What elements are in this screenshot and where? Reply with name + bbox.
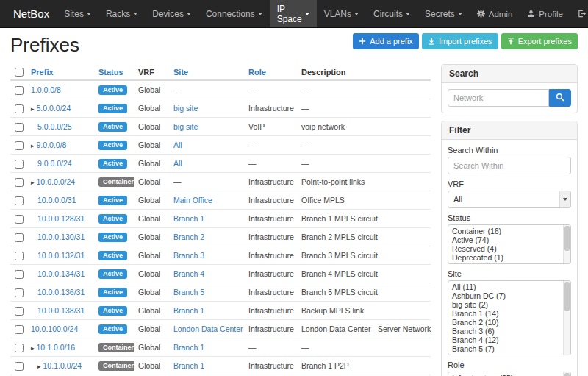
nav-item-secrets[interactable]: Secrets [417,0,470,27]
prefix-link[interactable]: 5.0.0.0/24 [37,104,71,113]
add-prefix-button[interactable]: Add a prefix [353,33,419,49]
description-cell: Branch 3 MPLS circuit [297,246,431,265]
site-link[interactable]: Branch 1 [173,214,204,223]
listbox-option[interactable]: Branch 1 (14) [448,309,562,318]
user-icon [527,10,535,18]
description-cell: — [297,136,431,155]
listbox-option[interactable]: Branch 3 (6) [448,327,562,336]
nav-item-ip-space[interactable]: IP Space [270,0,317,27]
select-all-checkbox[interactable] [15,68,24,77]
row-checkbox[interactable] [15,270,24,279]
nav-item-circuits[interactable]: Circuits [366,0,417,27]
nav-item-devices[interactable]: Devices [145,0,198,27]
row-checkbox[interactable] [15,233,24,242]
sort-link-site[interactable]: Site [173,68,188,77]
nav-item-admin[interactable]: Admin [470,0,520,27]
table-row: 1.0.0.0/8ActiveGlobal——— [10,80,431,99]
prefix-link[interactable]: 10.0.0.132/31 [37,251,85,260]
site-listbox[interactable]: All (11)Ashburn DC (7)big site (2)Branch… [448,280,571,355]
row-checkbox[interactable] [15,288,24,297]
row-checkbox[interactable] [15,196,24,205]
search-button[interactable] [549,89,571,107]
site-link[interactable]: big site [173,122,198,131]
site-link[interactable]: All [173,159,182,168]
import-prefixes-button[interactable]: Import prefixes [422,33,498,49]
row-checkbox[interactable] [15,160,24,169]
listbox-option[interactable]: COLO 1-24 (4) [448,353,562,355]
prefix-link[interactable]: 10.0.0.136/31 [37,288,85,297]
row-checkbox[interactable] [15,86,24,95]
prefix-link[interactable]: 10.0.0.134/31 [37,269,85,278]
export-prefixes-button[interactable]: Export prefixes [501,33,578,49]
site-link[interactable]: All [173,141,182,149]
scrollbar-thumb[interactable] [564,373,570,376]
prefix-link[interactable]: 10.0.0.130/31 [37,233,85,241]
sort-link-prefix[interactable]: Prefix [31,68,54,77]
prefix-link[interactable]: 10.1.0.0/24 [43,361,82,370]
prefix-link[interactable]: 10.1.0.0/16 [37,343,76,352]
scrollbar[interactable] [563,281,570,355]
prefix-link[interactable]: 10.0.0.0/31 [37,196,76,205]
row-checkbox[interactable] [15,215,24,224]
listbox-option[interactable]: Deprecated (1) [448,253,562,262]
listbox-option[interactable]: Active (74) [448,235,562,244]
search-input[interactable] [448,89,549,107]
scrollbar[interactable] [563,225,570,263]
site-link[interactable]: big site [173,104,198,113]
prefix-table-body: 1.0.0.0/8ActiveGlobal———▸5.0.0.0/24Activ… [10,80,431,376]
site-link[interactable]: Branch 4 [173,269,204,278]
prefix-link[interactable]: 9.0.0.0/8 [37,141,67,149]
prefix-link[interactable]: 9.0.0.0/24 [37,159,72,168]
listbox-option[interactable]: Branch 5 (7) [448,344,562,353]
prefix-link[interactable]: 1.0.0.0/8 [31,85,61,94]
site-link[interactable]: Branch 1 [173,343,204,352]
prefix-link[interactable]: 10.0.100.0/24 [31,324,78,333]
listbox-option[interactable]: All (11) [448,283,562,291]
listbox-option[interactable]: big site (2) [448,300,562,309]
row-checkbox[interactable] [15,325,24,334]
vrf-select[interactable]: All [448,191,571,208]
prefix-link[interactable]: 5.0.0.0/25 [37,122,72,131]
prefix-cell: 10.0.0.134/31 [26,265,94,283]
brand[interactable]: NetBox [6,0,57,27]
listbox-option[interactable]: Branch 2 (10) [448,318,562,327]
row-checkbox[interactable] [15,362,24,371]
row-checkbox[interactable] [15,123,24,132]
site-link[interactable]: Branch 2 [173,233,204,241]
nav-item-log-out[interactable]: Log out [570,0,588,27]
prefix-link[interactable]: 10.0.0.138/31 [37,306,85,315]
sort-link-status[interactable]: Status [98,68,123,77]
nav-item-racks[interactable]: Racks [98,0,145,27]
site-link[interactable]: Main Office [173,196,212,205]
row-checkbox[interactable] [15,307,24,316]
site-link[interactable]: Branch 3 [173,251,204,260]
nav-item-sites[interactable]: Sites [57,0,98,27]
nav-item-profile[interactable]: Profile [520,0,570,27]
search-panel-title: Search [442,65,577,83]
chevron-down-icon [458,13,462,15]
scrollbar-thumb[interactable] [564,226,570,251]
sort-link-role[interactable]: Role [248,68,266,77]
status-listbox[interactable]: Container (16)Active (74)Reserved (4)Dep… [448,224,571,264]
prefix-link[interactable]: 10.0.0.0/24 [37,177,76,186]
row-checkbox[interactable] [15,344,24,352]
listbox-option[interactable]: Branch 4 (12) [448,336,562,344]
site-link[interactable]: London Data Center [173,324,243,333]
prefix-link[interactable]: 10.0.0.128/31 [37,214,85,223]
row-checkbox[interactable] [15,141,24,150]
row-checkbox[interactable] [15,104,24,113]
filter-input-q[interactable] [448,157,571,174]
listbox-option[interactable]: Ashburn DC (7) [448,291,562,300]
scrollbar[interactable] [563,372,570,376]
nav-item-vlans[interactable]: VLANs [317,0,366,27]
row-checkbox[interactable] [15,252,24,260]
listbox-option[interactable]: Container (16) [448,227,562,235]
site-link[interactable]: Branch 1 [173,361,204,370]
nav-item-connections[interactable]: Connections [198,0,270,27]
site-link[interactable]: Branch 1 [173,306,204,315]
row-checkbox[interactable] [15,178,24,187]
role-listbox[interactable]: Infrastructure (25)Management (8)Private… [448,372,571,376]
listbox-option[interactable]: Reserved (4) [448,244,562,253]
site-link[interactable]: Branch 5 [173,288,204,297]
scrollbar-thumb[interactable] [564,282,570,311]
